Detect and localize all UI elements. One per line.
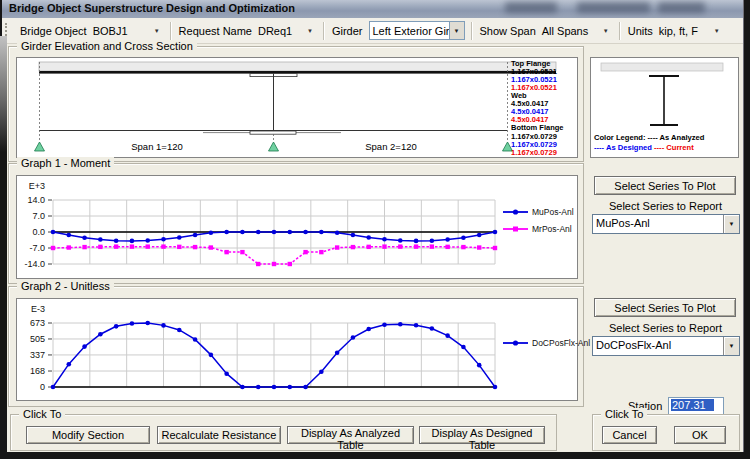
footer-left-group-label: Click To bbox=[19, 408, 65, 420]
color-legend-line2: ---- As Designed ---- Current bbox=[594, 143, 694, 152]
recalculate-resistance-button[interactable]: Recalculate Resistance bbox=[157, 426, 281, 444]
bridge-object-combo[interactable]: BOBJ1 bbox=[93, 25, 145, 37]
svg-text:E+3: E+3 bbox=[29, 181, 45, 191]
girder-combo-value: Left Exterior Girde bbox=[370, 25, 449, 37]
span1-label: Span 1=120 bbox=[131, 141, 183, 152]
toolbar-separator bbox=[323, 22, 324, 40]
svg-text:673: 673 bbox=[30, 318, 45, 328]
graph1-report-label: Select Series to Report bbox=[594, 200, 737, 212]
units-combo[interactable]: kip, ft, F bbox=[659, 25, 705, 37]
svg-text:0.0: 0.0 bbox=[32, 227, 45, 237]
svg-text:E-3: E-3 bbox=[31, 304, 45, 314]
bridge-object-label: Bridge Object bbox=[20, 25, 87, 37]
girder-elevation-drawing: Span 1=120 Span 2=120 Top Flange1.167x0.… bbox=[17, 58, 575, 155]
graph2-report-combo[interactable]: DoCPosFlx-Anl ▼ bbox=[592, 336, 740, 356]
girder-label: Girder bbox=[332, 25, 363, 37]
station-value: 207.31 bbox=[671, 399, 714, 411]
show-span-combo[interactable]: All Spans bbox=[542, 25, 594, 37]
svg-text:1.167x0.0729: 1.167x0.0729 bbox=[511, 148, 557, 155]
svg-text:337: 337 bbox=[30, 350, 45, 360]
svg-text:168: 168 bbox=[30, 366, 45, 376]
svg-text:14.0: 14.0 bbox=[27, 195, 45, 205]
display-as-analyzed-table-button[interactable]: Display As Analyzed Table bbox=[287, 426, 414, 444]
elevation-canvas: Span 1=120 Span 2=120 Top Flange1.167x0.… bbox=[16, 57, 578, 158]
blurred-patch bbox=[577, 2, 650, 13]
deck-slab bbox=[39, 62, 556, 71]
show-span-label: Show Span bbox=[480, 25, 536, 37]
units-label: Units bbox=[628, 25, 653, 37]
svg-text:-7.0: -7.0 bbox=[29, 243, 45, 253]
elevation-group-label: Girder Elevation and Cross Section bbox=[17, 40, 197, 52]
chevron-down-icon[interactable]: ▼ bbox=[449, 22, 464, 39]
chevron-down-icon[interactable]: ▼ bbox=[714, 28, 720, 34]
top-flange-line bbox=[39, 71, 556, 74]
graph1-report-combo[interactable]: MuPos-Anl ▼ bbox=[592, 214, 740, 234]
graph1-report-value: MuPos-Anl bbox=[593, 215, 723, 233]
graph1-group-label: Graph 1 - Moment bbox=[17, 157, 114, 169]
svg-text:MrPos-Anl: MrPos-Anl bbox=[532, 224, 572, 234]
svg-text:DoCPosFlx-Anl: DoCPosFlx-Anl bbox=[532, 338, 590, 348]
svg-text:7.0: 7.0 bbox=[32, 211, 45, 221]
deck-bar bbox=[601, 63, 723, 71]
display-as-designed-table-button[interactable]: Display As Designed Table bbox=[419, 426, 545, 444]
toolbar-separator bbox=[471, 22, 472, 40]
support-triangle-icon bbox=[35, 142, 45, 151]
window-title: Bridge Object Superstructure Design and … bbox=[9, 2, 295, 14]
girder-combo[interactable]: Left Exterior Girde ▼ bbox=[369, 21, 465, 40]
chevron-down-icon[interactable]: ▼ bbox=[307, 28, 313, 34]
footer-right-group-label: Click To bbox=[601, 408, 647, 420]
modify-section-button[interactable]: Modify Section bbox=[26, 426, 150, 444]
blurred-patch bbox=[505, 2, 557, 13]
graph2-select-series-button[interactable]: Select Series To Plot bbox=[594, 298, 736, 317]
chevron-down-icon[interactable]: ▼ bbox=[723, 337, 739, 355]
dialog-window: Bridge Object Superstructure Design and … bbox=[2, 0, 744, 452]
svg-text:0: 0 bbox=[40, 382, 45, 392]
request-name-combo[interactable]: DReq1 bbox=[258, 25, 298, 37]
toolbar-separator bbox=[170, 22, 171, 40]
color-legend-line1: Color Legend: ---- As Analyzed bbox=[594, 133, 705, 142]
support-triangle-icon bbox=[269, 142, 279, 151]
station-input[interactable]: 207.31 bbox=[668, 397, 724, 415]
chevron-down-icon[interactable]: ▼ bbox=[723, 215, 739, 233]
graph2-plot: 6735053371680E-3DoCPosFlx-Anl bbox=[16, 298, 578, 401]
chevron-down-icon[interactable]: ▼ bbox=[154, 28, 160, 34]
title-bar: Bridge Object Superstructure Design and … bbox=[2, 0, 743, 19]
graph2-report-label: Select Series to Report bbox=[594, 322, 737, 334]
section-dimension-labels: Top Flange1.167x0.05211.167x0.05211.167x… bbox=[511, 59, 564, 156]
chevron-down-icon[interactable]: ▼ bbox=[603, 28, 609, 34]
blurred-patch bbox=[658, 2, 705, 13]
toolbar-separator bbox=[619, 22, 620, 40]
parent-window-edge bbox=[0, 152, 7, 452]
parent-window-edge bbox=[0, 36, 7, 152]
graph1-select-series-button[interactable]: Select Series To Plot bbox=[594, 176, 736, 195]
cancel-button[interactable]: Cancel bbox=[602, 426, 657, 444]
ok-button[interactable]: OK bbox=[674, 426, 726, 444]
request-name-label: Request Name bbox=[179, 25, 252, 37]
svg-text:-14.0: -14.0 bbox=[24, 259, 45, 269]
cross-section-panel: Color Legend: ---- As Analyzed ---- As D… bbox=[590, 57, 739, 158]
bottom-cover-plate bbox=[250, 131, 296, 134]
svg-text:MuPos-Anl: MuPos-Anl bbox=[532, 207, 574, 217]
graph1-plot: 14.07.00.0-7.0-14.0E+3MuPos-AnlMrPos-Anl bbox=[16, 175, 578, 279]
graph2-group-label: Graph 2 - Unitless bbox=[17, 280, 114, 292]
cross-section-drawing: Color Legend: ---- As Analyzed ---- As D… bbox=[591, 58, 736, 155]
svg-text:505: 505 bbox=[30, 334, 45, 344]
span2-label: Span 2=120 bbox=[365, 141, 417, 152]
graph2-report-value: DoCPosFlx-Anl bbox=[593, 337, 723, 355]
